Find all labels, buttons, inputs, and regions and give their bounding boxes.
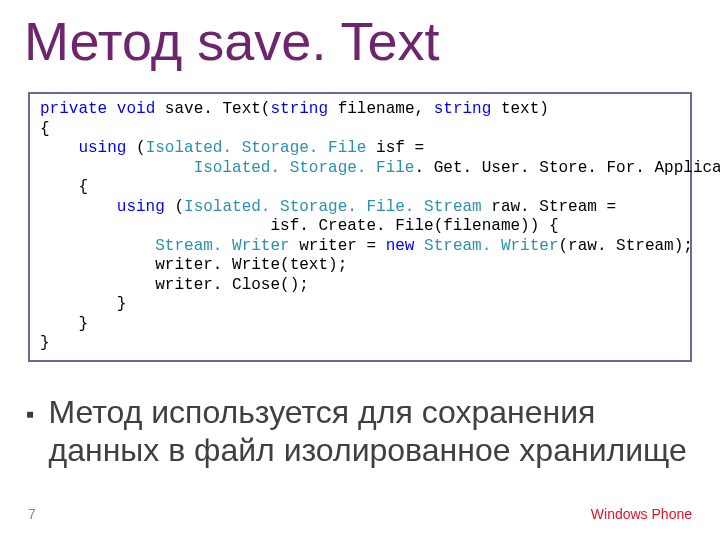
bullet-item: ▪ Метод используется для сохранения данн… bbox=[26, 394, 698, 470]
brand-label: Windows Phone bbox=[591, 506, 692, 522]
code-box: private void save. Text(string filename,… bbox=[28, 92, 692, 362]
slide-title: Метод save. Text bbox=[24, 14, 439, 68]
bullet-list: ▪ Метод используется для сохранения данн… bbox=[26, 394, 698, 470]
bullet-marker-icon: ▪ bbox=[26, 400, 35, 429]
bullet-text: Метод используется для сохранения данных… bbox=[49, 394, 698, 470]
page-number: 7 bbox=[28, 506, 36, 522]
code-content: private void save. Text(string filename,… bbox=[40, 100, 680, 354]
slide: Метод save. Text private void save. Text… bbox=[0, 0, 720, 540]
